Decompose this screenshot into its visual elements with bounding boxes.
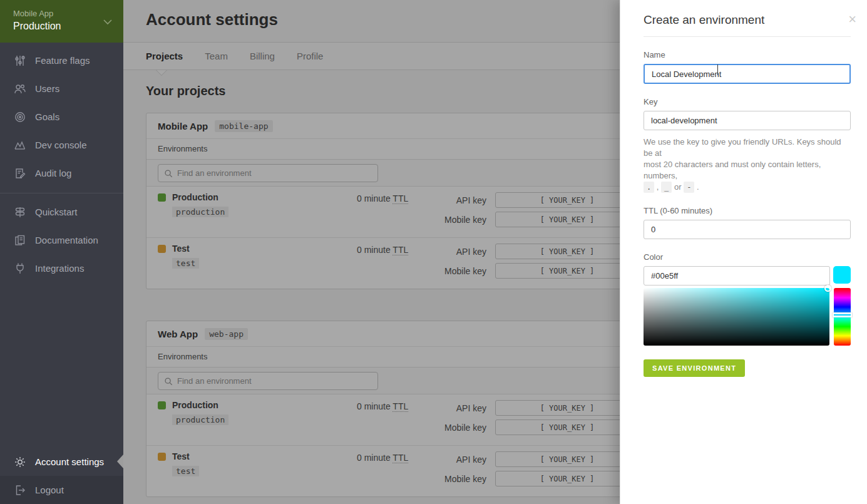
color-input[interactable]	[644, 266, 830, 285]
name-label: Name	[644, 50, 851, 59]
sidebar-item-logout[interactable]: Logout	[0, 476, 123, 504]
hue-handle[interactable]	[833, 312, 852, 317]
sidebar-divider	[0, 193, 123, 193]
color-label: Color	[644, 252, 851, 262]
sidebar-item-dev-console[interactable]: Dev console	[0, 131, 123, 159]
modal-backdrop[interactable]	[123, 0, 620, 504]
name-field-wrap	[644, 59, 851, 84]
drawer-title: Create an environment	[644, 0, 851, 27]
close-icon[interactable]: ×	[848, 13, 856, 26]
text-caret	[717, 64, 718, 75]
sidebar-item-label: Integrations	[35, 263, 84, 274]
sidebar-item-feature-flags[interactable]: Feature flags	[0, 46, 123, 75]
color-field-row	[644, 266, 851, 285]
color-picker	[644, 288, 851, 346]
dot-char-badge: .	[644, 182, 654, 193]
ttl-input[interactable]	[644, 220, 851, 239]
key-label: Key	[644, 97, 851, 106]
ttl-label: TTL (0-60 minutes)	[644, 206, 851, 215]
sidebar-item-label: Feature flags	[35, 55, 90, 66]
sidebar: Mobile App Production Feature flags User…	[0, 0, 123, 504]
create-environment-drawer: Create an environment × Name Key We use …	[620, 0, 867, 504]
key-help-text: We use the key to give you friendly URLs…	[644, 136, 851, 193]
signpost-icon	[13, 205, 27, 219]
sidebar-item-label: Logout	[35, 485, 64, 495]
save-environment-button[interactable]: SAVE ENVIRONMENT	[644, 359, 745, 377]
sidebar-item-label: Audit log	[35, 168, 71, 178]
logout-icon	[13, 483, 27, 497]
sidebar-item-label: Dev console	[35, 140, 87, 150]
sidebar-item-users[interactable]: Users	[0, 75, 123, 103]
sidebar-bottom: Account settings Logout	[0, 448, 123, 504]
sidebar-item-goals[interactable]: Goals	[0, 103, 123, 131]
target-icon	[13, 110, 27, 124]
sidebar-item-label: Account settings	[35, 456, 104, 467]
sidebar-item-documentation[interactable]: Documentation	[0, 226, 123, 254]
sidebar-item-label: Goals	[35, 111, 59, 122]
color-preview-swatch	[833, 266, 851, 284]
gear-icon	[13, 455, 27, 469]
sidebar-item-label: Quickstart	[35, 207, 78, 217]
saturation-pointer[interactable]	[824, 285, 831, 292]
sidebar-item-label: Users	[35, 83, 59, 94]
dash-char-badge: -	[684, 182, 694, 193]
current-project-label: Mobile App	[13, 9, 112, 18]
project-environment-switcher[interactable]: Mobile App Production	[0, 0, 123, 43]
document-pencil-icon	[13, 167, 27, 180]
name-input[interactable]	[644, 64, 851, 84]
key-input[interactable]	[644, 111, 851, 130]
sidebar-item-quickstart[interactable]: Quickstart	[0, 198, 123, 226]
saturation-picker[interactable]	[644, 288, 829, 346]
current-environment-label: Production	[13, 21, 112, 32]
app-root: Mobile App Production Feature flags User…	[0, 0, 867, 504]
sidebar-item-audit-log[interactable]: Audit log	[0, 159, 123, 187]
users-icon	[13, 82, 27, 96]
active-nav-arrow	[117, 455, 123, 468]
book-pages-icon	[13, 234, 27, 247]
sidebar-item-integrations[interactable]: Integrations	[0, 254, 123, 282]
hue-slider[interactable]	[834, 288, 851, 346]
drawer-divider	[644, 36, 851, 37]
sidebar-item-account-settings[interactable]: Account settings	[0, 448, 123, 476]
sidebar-nav: Feature flags Users Goals Dev console	[0, 43, 123, 282]
plug-icon	[13, 262, 27, 275]
chevron-down-icon	[103, 16, 112, 28]
sliders-icon	[13, 54, 27, 68]
underscore-char-badge: _	[661, 182, 672, 193]
sidebar-item-label: Documentation	[35, 235, 98, 245]
mountain-graph-icon	[13, 138, 27, 152]
